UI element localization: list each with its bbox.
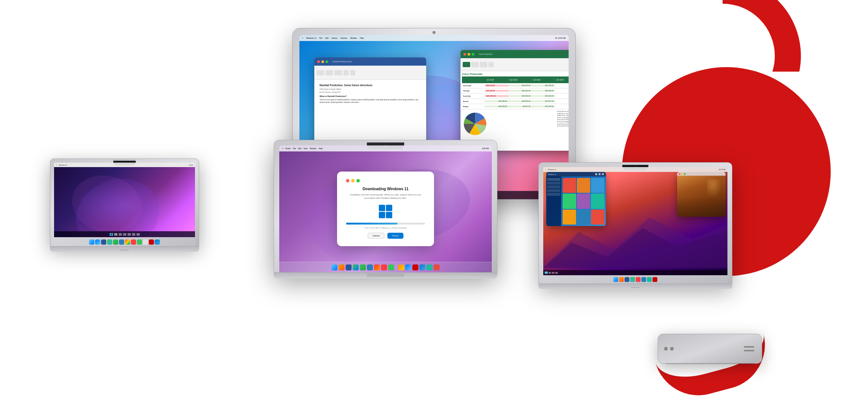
right-dock-finder (613, 277, 618, 282)
center-edit-menu: Edit (298, 147, 301, 150)
minimize-icon (321, 60, 324, 63)
pause-button[interactable]: Pause (387, 233, 403, 239)
macos-small-overlay (677, 172, 726, 217)
download-dialog: Downloading Windows 11 Installation will… (337, 172, 434, 246)
ribbon-btn-2 (326, 70, 333, 75)
macbook-right-dock (543, 275, 727, 283)
center-dock-mail (367, 264, 373, 270)
dialog-maximize-icon[interactable] (356, 179, 360, 182)
center-menubar:  Finder File Edit View Window Help 2:09… (279, 145, 492, 151)
excel-col-1: Q1 2019 (485, 79, 508, 81)
win11-logo-icon (379, 205, 392, 218)
dock-sep-1 (143, 239, 148, 245)
dock-mail-icon (119, 239, 124, 245)
doc-ribbon (314, 66, 426, 80)
chart-legend: ■ Party Record: 2014-2018 ■ KPN Stock: 2… (557, 111, 569, 128)
download-bg:  Finder File Edit View Window Help 2:09… (279, 145, 492, 272)
main-scene:  Windows 11 File Edit Actions Devices W… (0, 0, 868, 414)
right-dock-mail (641, 277, 646, 282)
cancel-button[interactable]: Cancel (368, 233, 384, 239)
studio-port-usbc-2 (670, 347, 674, 351)
center-dock-terminal (427, 264, 433, 270)
macos-small-titlebar (677, 172, 726, 176)
center-dock (279, 262, 492, 272)
monitor-camera (433, 31, 435, 34)
macbook-center-screen:  Finder File Edit View Window Help 2:09… (279, 145, 492, 272)
mac-studio-front-ports (664, 347, 674, 351)
dock-windows-icon (155, 239, 160, 245)
pie-chart-svg (462, 111, 492, 137)
macbook-center:  Finder File Edit View Window Help 2:09… (274, 140, 497, 279)
center-time: 2:09 PM (482, 147, 489, 150)
doc-body: There are four types of rainfall predict… (320, 98, 421, 104)
maximize-icon (326, 60, 328, 63)
win10-overlay: Windows 11 (546, 172, 606, 226)
right-dock-outlook (647, 277, 652, 282)
download-progress-bar (346, 223, 425, 225)
doc-titlebar: Rainfall Prediction.docx (314, 57, 426, 66)
excel-row-5: Budget: $44,293.00 $3,947.35 $74,245.00 (462, 104, 569, 109)
studio-base-bottom (666, 363, 754, 364)
center-finder-menu: Finder (285, 147, 290, 150)
excel-row-2: Third Qtr: $70,240.55 $42,425.00 $50,505… (462, 88, 569, 94)
menubar-device: Devices (341, 37, 347, 39)
menubar-time: Fri 10:45 AM (555, 37, 566, 39)
progress-text: 5.51 of 5.62 GB (1.1 MB/sec) • 1 minute … (346, 227, 425, 229)
menubar-file: File (319, 37, 322, 39)
dock-launchpad-icon (95, 239, 100, 245)
lion-wallpaper (677, 176, 726, 217)
right-dock-safari (630, 277, 635, 282)
excel-max-icon (472, 53, 474, 56)
macbook-left-base: MacBook Pro (50, 247, 199, 252)
center-view-menu: View (304, 147, 308, 150)
excel-close-icon (463, 53, 466, 56)
macbook-left-dock (54, 237, 195, 246)
dialog-subtitle: Installation will start automatically. W… (346, 193, 425, 200)
excel-col-3: Q3 2019 (532, 79, 555, 81)
svg-marker-9 (543, 228, 727, 268)
menubar-app: Windows 11 (306, 37, 316, 39)
macbook-right-lid:  Windows 11 10:34 PM (538, 162, 732, 284)
studio-sdcard-slot (744, 346, 754, 348)
center-apple-icon:  (282, 147, 283, 150)
center-dock-messages (360, 264, 366, 270)
excel-overlay: Cisco Financials Cisco Financials (460, 50, 569, 151)
dialog-close-icon[interactable] (346, 179, 349, 182)
excel-titlebar: Cisco Financials (460, 50, 569, 58)
menubar-window: Window (350, 37, 357, 39)
win11-taskbar-left (54, 231, 195, 237)
mac-studio-right-ports (744, 346, 754, 351)
macbook-center-body:  Finder File Edit View Window Help 2:09… (274, 140, 497, 279)
ribbon-btn-3 (334, 70, 342, 75)
dock-music-icon (131, 239, 136, 245)
doc-section: What is Rainfall Prediction? (320, 95, 421, 97)
dialog-dots (346, 179, 425, 182)
menubar-edit: Edit (326, 37, 329, 39)
dialog-title: Downloading Windows 11 (346, 187, 425, 191)
mac-studio-body (658, 334, 762, 364)
right-dock-word (625, 277, 629, 282)
dock-safari-icon (107, 239, 112, 245)
center-dock-sep (396, 264, 396, 270)
macbook-right-menubar:  Windows 11 10:34 PM (543, 167, 727, 172)
center-window-menu: Window (310, 147, 317, 150)
macbook-left:  Windows 11 10:34 (50, 159, 199, 252)
right-dock-music (636, 277, 641, 282)
excel-sheet-title: Cisco Financials (462, 73, 569, 75)
ribbon-btn-1 (317, 70, 324, 75)
macbook-right:  Windows 11 10:34 PM (538, 162, 732, 289)
excel-dots (463, 53, 474, 56)
excel-ribbon-3 (480, 62, 487, 67)
dock-photos-icon (125, 239, 130, 245)
dialog-buttons: Cancel Pause (346, 233, 425, 239)
devices-container:  Windows 11 File Edit Actions Devices W… (43, 21, 825, 393)
macbook-left-label: MacBook Pro (120, 249, 129, 251)
doc-titlebar-dots (317, 60, 328, 63)
excel-spreadsheet: Cisco Financials Q1 2019 Q2 2019 Q3 2019… (460, 71, 569, 138)
excel-ribbon (460, 58, 569, 71)
center-dock-music (381, 264, 387, 270)
excel-min-icon (468, 53, 470, 56)
excel-chart-area: ■ Party Record: 2014-2018 ■ KPN Stock: 2… (462, 111, 569, 137)
ribbon-btn-5 (350, 70, 355, 75)
dialog-minimize-icon[interactable] (351, 179, 355, 182)
